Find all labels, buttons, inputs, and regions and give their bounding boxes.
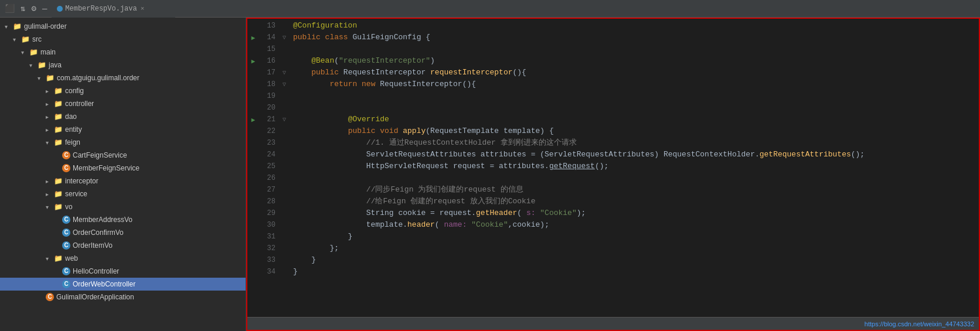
- line-number-27: 27: [264, 184, 275, 196]
- gutter-line-23: [247, 137, 259, 149]
- code-line-16: @Bean("requestInterceptor"): [293, 55, 979, 67]
- folder-icon: 📁: [29, 48, 38, 56]
- code-line-27: //同步Feign 为我们创建的request 的信息: [293, 184, 979, 196]
- settings-icon[interactable]: ⚙: [29, 2, 38, 15]
- status-url: https://blog.csdn.net/weixin_44743332: [865, 320, 974, 327]
- line-number-14: 14: [264, 32, 275, 43]
- gutter-line-31: [247, 231, 259, 243]
- folder-arrow: ▾: [38, 75, 46, 81]
- tree-item-hellocontroller[interactable]: CHelloController: [0, 265, 246, 278]
- tree-item-src[interactable]: ▾📁src: [0, 33, 246, 46]
- navigate-icon[interactable]: ⇅: [18, 2, 28, 15]
- tree-item-controller[interactable]: ▸📁controller: [0, 97, 246, 110]
- tree-item-java[interactable]: ▾📁java: [0, 59, 246, 71]
- fold-line-19: [280, 90, 288, 102]
- folder-icon: 📁: [21, 35, 30, 43]
- tree-label: GulimallOrderApplication: [56, 293, 134, 301]
- file-icon: C: [62, 216, 70, 224]
- tree-item-main[interactable]: ▾📁main: [0, 46, 246, 59]
- code-line-33: }: [293, 254, 979, 266]
- tab-close-member-resp-vo[interactable]: ×: [141, 5, 145, 12]
- code-line-26: [293, 172, 979, 184]
- tree-label: controller: [65, 100, 94, 108]
- fold-line-34: [280, 266, 288, 278]
- line-number-21: 21: [264, 114, 275, 125]
- gutter-line-25: [247, 161, 259, 172]
- gutter-line-16: ▶: [247, 55, 259, 67]
- gutter-line-28: [247, 196, 259, 207]
- gutter-line-21: ▶: [247, 114, 259, 125]
- folder-icon: 📁: [46, 74, 55, 82]
- fold-line-29: [280, 207, 288, 219]
- tree-item-feign[interactable]: ▾📁feign: [0, 136, 246, 149]
- line-number-30: 30: [264, 219, 275, 231]
- project-sidebar[interactable]: ▾📁gulimall-order▾📁src▾📁main▾📁java▾📁com.a…: [0, 18, 246, 331]
- tab-member-resp-vo[interactable]: MemberRespVo.java×: [52, 1, 175, 17]
- tree-item-interceptor[interactable]: ▸📁interceptor: [0, 175, 246, 187]
- tree-item-cartfeignservice[interactable]: CCartFeignService: [0, 149, 246, 162]
- fold-line-20: [280, 102, 288, 114]
- tree-label: CartFeignService: [73, 151, 127, 159]
- fold-line-22: [280, 125, 288, 137]
- code-line-20: [293, 102, 979, 114]
- folder-icon: 📁: [54, 87, 63, 95]
- tree-label: MemberAddressVo: [73, 216, 132, 224]
- fold-line-28: [280, 196, 288, 207]
- tree-item-orderitemvo[interactable]: COrderItemVo: [0, 239, 246, 252]
- folder-icon: 📁: [54, 112, 63, 121]
- tree-label: OrderConfirmVo: [73, 228, 124, 237]
- tab-bar: ⬛ ⇅ ⚙ — mpl.java×GuliFeignConfig.java×Me…: [0, 0, 980, 18]
- gutter-line-18: [247, 79, 259, 90]
- tree-label: gulimall-order: [24, 22, 67, 30]
- line-numbers: 1314151617181920212223242526272829303132…: [259, 19, 280, 317]
- line-number-15: 15: [264, 43, 275, 55]
- tree-item-web[interactable]: ▾📁web: [0, 252, 246, 265]
- fold-line-18: ▽: [280, 79, 288, 90]
- fold-line-17: ▽: [280, 67, 288, 79]
- code-line-18: return new RequestInterceptor(){: [293, 79, 979, 90]
- tree-item-vo[interactable]: ▾📁vo: [0, 200, 246, 213]
- line-number-34: 34: [264, 266, 275, 278]
- gutter-line-14: ▶: [247, 32, 259, 43]
- code-line-32: };: [293, 243, 979, 254]
- folder-arrow: ▾: [46, 255, 54, 262]
- tree-item-dao[interactable]: ▸📁dao: [0, 110, 246, 123]
- project-icon[interactable]: ⬛: [2, 2, 17, 15]
- gutter-line-26: [247, 172, 259, 184]
- tree-item-gulimallorderapplication[interactable]: CGulimallOrderApplication: [0, 291, 246, 303]
- tree-item-memberaddressvo[interactable]: CMemberAddressVo: [0, 213, 246, 226]
- fold-line-30: [280, 219, 288, 231]
- tree-label: java: [49, 61, 62, 69]
- code-line-14: public class GuliFeignConfig {: [293, 32, 979, 43]
- gutter-line-15: [247, 43, 259, 55]
- tree-label: OrderWebController: [73, 280, 135, 288]
- line-number-22: 22: [264, 125, 275, 137]
- tree-label: feign: [65, 138, 80, 146]
- tree-label: dao: [65, 112, 77, 121]
- tab-bar-actions: ⬛ ⇅ ⚙ —: [2, 2, 49, 15]
- file-tree: ▾📁gulimall-order▾📁src▾📁main▾📁java▾📁com.a…: [0, 20, 246, 303]
- folder-arrow: ▸: [46, 191, 54, 197]
- code-editor: ▶▶▶ 131415161718192021222324252627282930…: [246, 18, 980, 331]
- folder-arrow: ▾: [5, 23, 13, 30]
- code-line-25: HttpServletRequest request = attributes.…: [293, 161, 979, 172]
- folder-icon: 📁: [54, 203, 63, 211]
- tree-item-orderwebcontroller[interactable]: COrderWebController: [0, 278, 246, 291]
- code-line-29: String cookie = request.getHeader( s: "C…: [293, 207, 979, 219]
- code-line-23: //1. 通过RequestContextHolder 拿到刚进来的这个请求: [293, 137, 979, 149]
- tree-item-gulimall-order[interactable]: ▾📁gulimall-order: [0, 20, 246, 33]
- folder-icon: 📁: [54, 125, 63, 134]
- code-line-24: ServletRequestAttributes attributes = (S…: [293, 149, 979, 161]
- tree-label: web: [65, 254, 78, 262]
- gutter-line-22: [247, 125, 259, 137]
- code-content: ▶▶▶ 131415161718192021222324252627282930…: [247, 19, 979, 317]
- tree-item-config[interactable]: ▸📁config: [0, 84, 246, 97]
- fold-line-27: [280, 184, 288, 196]
- line-number-25: 25: [264, 161, 275, 172]
- tree-item-orderconfirmvo[interactable]: COrderConfirmVo: [0, 226, 246, 239]
- tree-item-memberfeignservice[interactable]: CMemberFeignService: [0, 162, 246, 175]
- tree-item-com-atguigu-gulimall-order[interactable]: ▾📁com.atguigu.gulimall.order: [0, 71, 246, 84]
- editor-gutter: ▶▶▶: [247, 19, 259, 317]
- tree-item-service[interactable]: ▸📁service: [0, 187, 246, 200]
- tree-item-entity[interactable]: ▸📁entity: [0, 123, 246, 136]
